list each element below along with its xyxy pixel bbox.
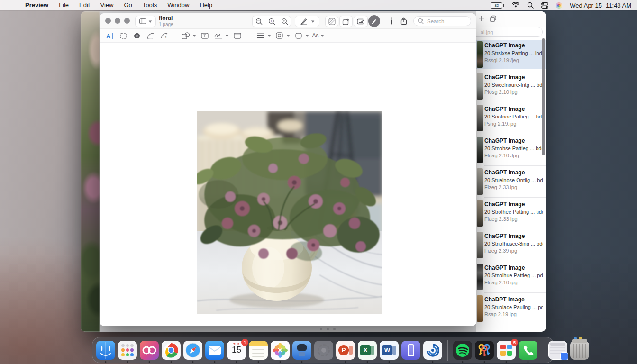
file-list-item[interactable]: ChaGPT Image 20 Strofhee Patting ... tid… bbox=[476, 199, 546, 228]
dock-item-powerpoint[interactable]: P bbox=[335, 337, 356, 363]
dock-item-trash[interactable] bbox=[569, 337, 590, 363]
dock-item-passwords[interactable] bbox=[474, 337, 495, 363]
hatch-square-icon bbox=[328, 18, 336, 25]
dock-item-office-suite[interactable]: 5 bbox=[496, 337, 517, 363]
battery-icon[interactable]: 82 bbox=[491, 2, 504, 9]
dock-item-excel[interactable]: X bbox=[357, 337, 378, 363]
menu-go[interactable]: Go bbox=[118, 0, 137, 10]
search-input[interactable] bbox=[426, 18, 466, 25]
svg-text:1: 1 bbox=[270, 19, 272, 22]
draw-tool[interactable]: 3 bbox=[159, 31, 170, 40]
menu-edit[interactable]: Edit bbox=[74, 0, 95, 10]
file-list-item[interactable]: ChaDPT Image 20 Stuolace Pauling ... pde… bbox=[476, 294, 546, 323]
dock-item-photos[interactable] bbox=[270, 337, 291, 363]
file-list-sidebar: al.jpg ChaGPT Image 20 Strslxse Patting … bbox=[476, 11, 546, 332]
signature-tool[interactable] bbox=[213, 31, 224, 40]
text-box-tool[interactable] bbox=[200, 31, 210, 40]
dock-item-mail[interactable] bbox=[204, 337, 225, 363]
file-list-item[interactable]: ChaGPT Image 20 Stnofhusce-8ing ... pde … bbox=[476, 230, 546, 260]
dock-item-chrome[interactable] bbox=[161, 337, 182, 363]
search-field[interactable] bbox=[413, 16, 471, 26]
notification-badge: 5 bbox=[511, 339, 518, 346]
rect-selection-tool[interactable] bbox=[118, 31, 128, 40]
menu-app-name[interactable]: Preview bbox=[20, 0, 54, 10]
dock-item-calendar[interactable]: TUE 15 1 bbox=[226, 337, 247, 363]
zoom-in-button[interactable] bbox=[278, 18, 291, 25]
file-thumbnail bbox=[477, 41, 483, 68]
file-thumbnail bbox=[477, 295, 483, 322]
menu-window[interactable]: Window bbox=[162, 0, 194, 10]
page-title: floral bbox=[159, 15, 173, 21]
copy-stack-icon[interactable] bbox=[490, 15, 497, 23]
document-canvas[interactable] bbox=[100, 43, 476, 326]
dock-item-finder[interactable] bbox=[95, 337, 116, 363]
crop-tool[interactable] bbox=[232, 31, 243, 40]
menu-help[interactable]: Help bbox=[194, 0, 218, 10]
share-button[interactable] bbox=[398, 16, 410, 26]
spotlight-search-icon[interactable] bbox=[527, 2, 534, 9]
menu-clock[interactable]: Wed Apr 15 11:43 AM bbox=[570, 2, 631, 9]
file-list-item[interactable]: ChaGPT Image 20 Stnolhue Pattieg ... pde… bbox=[476, 262, 546, 291]
border-color-tool[interactable] bbox=[274, 31, 285, 40]
preview-window[interactable]: ▼ floral 1 page 1 bbox=[100, 13, 476, 326]
preview-titlebar[interactable]: ▼ floral 1 page 1 bbox=[100, 13, 476, 29]
file-list-item[interactable]: ChaGPT Image 20 Stuelnose Ontiig ... bde… bbox=[476, 167, 546, 196]
instant-alpha-tool[interactable] bbox=[132, 31, 142, 40]
actual-size-button[interactable]: 1 bbox=[265, 18, 278, 25]
file-list: ChaGPT Image 20 Strslxse Patting ... ind… bbox=[476, 40, 546, 332]
text-selection-tool[interactable]: A bbox=[104, 31, 115, 40]
wifi-icon[interactable] bbox=[512, 2, 519, 8]
dock-item-launchpad[interactable] bbox=[117, 337, 138, 363]
scrollbar-thumb[interactable] bbox=[542, 38, 545, 155]
minimized-window-thumbnail bbox=[548, 341, 567, 360]
file-list-item[interactable]: ChaGPT Image 20 Stnohse Pattieg ... bde … bbox=[476, 135, 546, 164]
menu-tools[interactable]: Tools bbox=[137, 0, 162, 10]
dock-item-minimized-window[interactable] bbox=[547, 337, 568, 363]
file-list-item[interactable]: ChaGPT Image 20 Strslxse Patting ... ind… bbox=[476, 40, 546, 69]
menu-view[interactable]: View bbox=[95, 0, 119, 10]
dock-item-safari[interactable] bbox=[182, 337, 203, 363]
rotate-button[interactable] bbox=[339, 16, 353, 27]
markup-toolbar-button[interactable] bbox=[354, 16, 368, 27]
line-style-tool[interactable] bbox=[255, 31, 266, 40]
dock-item-spotify[interactable] bbox=[452, 337, 473, 363]
dock-item-infinity-app[interactable] bbox=[139, 337, 160, 363]
dock-item-settings[interactable] bbox=[313, 337, 334, 363]
control-center-icon[interactable] bbox=[541, 2, 548, 9]
dock-item-phone[interactable] bbox=[518, 337, 538, 363]
dock-item-word[interactable]: W bbox=[379, 337, 400, 363]
file-thumbnail bbox=[477, 168, 483, 195]
zoom-out-button[interactable] bbox=[253, 18, 265, 25]
markup-active-button[interactable] bbox=[368, 15, 380, 27]
zoom-window-button[interactable] bbox=[124, 18, 130, 24]
file-list-topbar bbox=[476, 11, 546, 27]
file-list-item[interactable]: ChaGPT Image 20 Soofnoe Pattieg ... bde … bbox=[476, 103, 546, 133]
menu-time: 11:43 AM bbox=[606, 2, 631, 9]
dock-item-blue-spiral-app[interactable] bbox=[422, 337, 443, 363]
fill-color-tool[interactable] bbox=[293, 31, 304, 40]
info-button[interactable] bbox=[386, 16, 397, 26]
minimize-button[interactable] bbox=[115, 18, 120, 24]
svg-text:A: A bbox=[106, 33, 111, 39]
sidebar-toggle-button[interactable]: ▼ bbox=[135, 16, 156, 27]
add-icon[interactable] bbox=[478, 15, 484, 22]
close-button[interactable] bbox=[105, 18, 111, 24]
sidebar-icon bbox=[139, 18, 146, 24]
background-window-footer-controls bbox=[320, 328, 336, 330]
dock-item-iphone-mirroring[interactable] bbox=[400, 337, 421, 363]
text-style-tool[interactable]: As bbox=[312, 31, 319, 40]
dot-icon bbox=[327, 328, 329, 330]
pen-tool-button[interactable]: ▼ bbox=[295, 16, 319, 27]
file-list-item[interactable]: ChaGPT Image 20 Swcelnoure-fritg ... bde… bbox=[476, 72, 546, 101]
menu-file[interactable]: File bbox=[54, 0, 74, 10]
highlight-tool-button[interactable] bbox=[325, 16, 338, 27]
sketch-tool[interactable] bbox=[146, 31, 156, 40]
shapes-tool[interactable] bbox=[181, 31, 191, 40]
photo-floral[interactable] bbox=[197, 111, 382, 314]
colorful-menu-app-icon[interactable] bbox=[556, 2, 562, 9]
dock-item-notes[interactable] bbox=[248, 337, 269, 363]
calendar-icon: TUE 15 1 bbox=[227, 341, 246, 360]
dot-icon bbox=[333, 328, 336, 330]
dock-item-blue-media-app[interactable] bbox=[291, 337, 312, 363]
page-count: 1 page bbox=[159, 22, 173, 27]
